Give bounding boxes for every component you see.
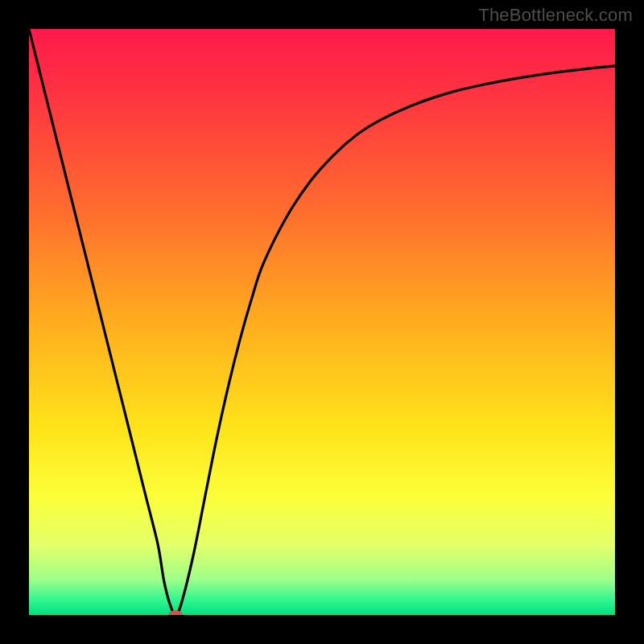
bottleneck-chart [0, 0, 644, 644]
chart-frame: TheBottleneck.com [0, 0, 644, 644]
plot-background [29, 29, 615, 615]
watermark-text: TheBottleneck.com [478, 5, 633, 26]
optimal-point-marker [168, 610, 183, 620]
